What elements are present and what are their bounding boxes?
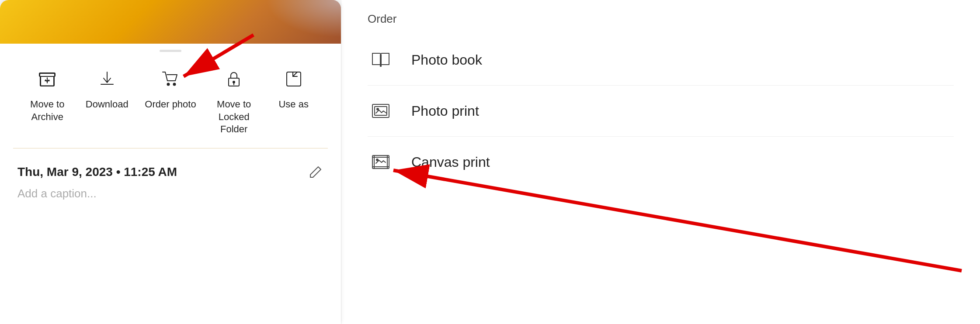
svg-rect-1 xyxy=(40,73,55,76)
locked-folder-label: Move toLockedFolder xyxy=(217,98,251,136)
action-move-to-archive[interactable]: Move toArchive xyxy=(25,65,69,123)
action-move-to-locked[interactable]: Move toLockedFolder xyxy=(212,65,256,136)
lock-icon xyxy=(220,65,248,93)
left-panel: Move toArchive Download Order photo xyxy=(0,0,341,324)
canvas-print-icon xyxy=(368,149,394,175)
use-as-label: Use as xyxy=(278,98,308,111)
right-panel: Order Photo book Photo print xyxy=(341,0,980,324)
order-item-photo-print[interactable]: Photo print xyxy=(341,86,980,136)
photo-background xyxy=(0,0,341,44)
photo-print-label: Photo print xyxy=(411,103,479,119)
action-use-as[interactable]: Use as xyxy=(272,65,316,111)
edit-icon[interactable] xyxy=(308,164,323,180)
svg-point-3 xyxy=(173,83,175,86)
svg-rect-7 xyxy=(287,72,301,86)
svg-point-12 xyxy=(377,108,379,110)
action-order-photo[interactable]: Order photo xyxy=(145,65,196,111)
action-icons-row: Move toArchive Download Order photo xyxy=(0,52,341,145)
date-row: Thu, Mar 9, 2023 • 11:25 AM xyxy=(0,152,341,187)
order-header: Order xyxy=(341,0,980,34)
use-as-icon xyxy=(280,65,308,93)
caption-placeholder[interactable]: Add a caption... xyxy=(0,187,341,209)
download-icon xyxy=(93,65,121,93)
date-text: Thu, Mar 9, 2023 • 11:25 AM xyxy=(17,165,177,179)
photo-print-icon xyxy=(368,98,394,124)
archive-icon xyxy=(33,65,61,93)
download-label: Download xyxy=(86,98,129,111)
svg-line-8 xyxy=(293,72,297,76)
canvas-print-label: Canvas print xyxy=(411,154,490,170)
action-divider xyxy=(13,148,328,148)
svg-point-2 xyxy=(167,83,169,86)
svg-point-14 xyxy=(376,159,378,161)
svg-rect-11 xyxy=(375,107,387,115)
order-item-canvas-print[interactable]: Canvas print xyxy=(341,137,980,187)
photo-book-label: Photo book xyxy=(411,52,482,68)
order-item-photo-book[interactable]: Photo book xyxy=(341,34,980,85)
order-photo-label: Order photo xyxy=(145,98,196,111)
book-icon xyxy=(368,47,394,73)
cart-icon xyxy=(156,65,184,93)
action-download[interactable]: Download xyxy=(85,65,129,111)
archive-label: Move toArchive xyxy=(30,98,64,123)
